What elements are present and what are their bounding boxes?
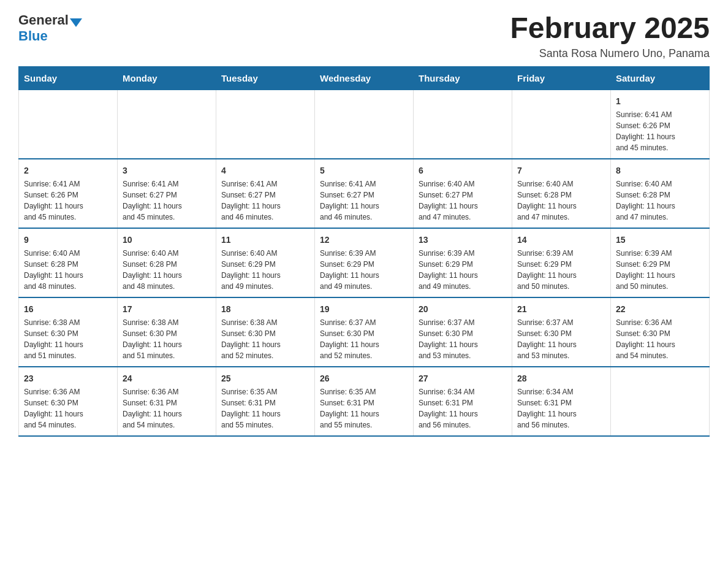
day-number: 9	[24, 234, 112, 247]
day-info: Sunrise: 6:40 AM Sunset: 6:28 PM Dayligh…	[24, 248, 112, 292]
calendar-day-cell: 15Sunrise: 6:39 AM Sunset: 6:29 PM Dayli…	[611, 228, 710, 297]
day-info: Sunrise: 6:39 AM Sunset: 6:29 PM Dayligh…	[320, 248, 408, 292]
calendar-day-cell: 19Sunrise: 6:37 AM Sunset: 6:30 PM Dayli…	[315, 297, 414, 367]
day-info: Sunrise: 6:41 AM Sunset: 6:27 PM Dayligh…	[123, 178, 211, 223]
calendar-day-cell: 8Sunrise: 6:40 AM Sunset: 6:28 PM Daylig…	[611, 159, 710, 228]
day-number: 24	[123, 372, 211, 385]
day-info: Sunrise: 6:40 AM Sunset: 6:28 PM Dayligh…	[517, 178, 605, 223]
day-info: Sunrise: 6:39 AM Sunset: 6:29 PM Dayligh…	[517, 248, 605, 292]
day-info: Sunrise: 6:36 AM Sunset: 6:30 PM Dayligh…	[24, 386, 112, 431]
calendar-day-cell: 23Sunrise: 6:36 AM Sunset: 6:30 PM Dayli…	[19, 367, 118, 436]
calendar-day-cell: 12Sunrise: 6:39 AM Sunset: 6:29 PM Dayli…	[315, 228, 414, 297]
day-number: 13	[419, 234, 507, 247]
calendar-day-cell: 4Sunrise: 6:41 AM Sunset: 6:27 PM Daylig…	[216, 159, 315, 228]
day-info: Sunrise: 6:39 AM Sunset: 6:29 PM Dayligh…	[616, 248, 704, 292]
day-info: Sunrise: 6:34 AM Sunset: 6:31 PM Dayligh…	[517, 386, 605, 431]
day-of-week-header: Saturday	[611, 66, 710, 90]
logo: General Blue	[18, 12, 83, 44]
day-number: 1	[616, 95, 704, 108]
calendar-day-cell	[512, 90, 611, 159]
day-info: Sunrise: 6:41 AM Sunset: 6:26 PM Dayligh…	[616, 109, 704, 153]
calendar-header-row: SundayMondayTuesdayWednesdayThursdayFrid…	[19, 66, 710, 90]
day-info: Sunrise: 6:38 AM Sunset: 6:30 PM Dayligh…	[221, 317, 309, 361]
day-info: Sunrise: 6:41 AM Sunset: 6:27 PM Dayligh…	[320, 178, 408, 223]
calendar-day-cell: 13Sunrise: 6:39 AM Sunset: 6:29 PM Dayli…	[414, 228, 512, 297]
day-number: 16	[24, 303, 112, 316]
calendar-week-row: 2Sunrise: 6:41 AM Sunset: 6:26 PM Daylig…	[19, 159, 710, 228]
day-info: Sunrise: 6:37 AM Sunset: 6:30 PM Dayligh…	[517, 317, 605, 361]
calendar-day-cell: 14Sunrise: 6:39 AM Sunset: 6:29 PM Dayli…	[512, 228, 611, 297]
calendar-day-cell: 1Sunrise: 6:41 AM Sunset: 6:26 PM Daylig…	[611, 90, 710, 159]
day-number: 2	[24, 164, 112, 177]
day-info: Sunrise: 6:37 AM Sunset: 6:30 PM Dayligh…	[419, 317, 507, 361]
calendar-day-cell: 5Sunrise: 6:41 AM Sunset: 6:27 PM Daylig…	[315, 159, 414, 228]
day-info: Sunrise: 6:35 AM Sunset: 6:31 PM Dayligh…	[221, 386, 309, 431]
day-info: Sunrise: 6:38 AM Sunset: 6:30 PM Dayligh…	[24, 317, 112, 361]
calendar-day-cell: 10Sunrise: 6:40 AM Sunset: 6:28 PM Dayli…	[118, 228, 216, 297]
day-number: 3	[123, 164, 211, 177]
day-number: 4	[221, 164, 309, 177]
calendar-day-cell	[315, 90, 414, 159]
calendar-day-cell: 20Sunrise: 6:37 AM Sunset: 6:30 PM Dayli…	[414, 297, 512, 367]
calendar-week-row: 9Sunrise: 6:40 AM Sunset: 6:28 PM Daylig…	[19, 228, 710, 297]
day-of-week-header: Sunday	[19, 66, 118, 90]
day-number: 26	[320, 372, 408, 385]
title-area: February 2025 Santa Rosa Numero Uno, Pan…	[510, 12, 710, 60]
day-info: Sunrise: 6:41 AM Sunset: 6:26 PM Dayligh…	[24, 178, 112, 223]
day-number: 14	[517, 234, 605, 247]
calendar-day-cell	[611, 367, 710, 436]
calendar-day-cell	[19, 90, 118, 159]
day-number: 28	[517, 372, 605, 385]
day-number: 20	[419, 303, 507, 316]
day-info: Sunrise: 6:35 AM Sunset: 6:31 PM Dayligh…	[320, 386, 408, 431]
day-number: 19	[320, 303, 408, 316]
calendar-day-cell: 21Sunrise: 6:37 AM Sunset: 6:30 PM Dayli…	[512, 297, 611, 367]
calendar-day-cell: 17Sunrise: 6:38 AM Sunset: 6:30 PM Dayli…	[118, 297, 216, 367]
day-of-week-header: Tuesday	[216, 66, 315, 90]
logo-general-text: General	[18, 12, 69, 28]
day-number: 11	[221, 234, 309, 247]
day-info: Sunrise: 6:40 AM Sunset: 6:28 PM Dayligh…	[123, 248, 211, 292]
day-info: Sunrise: 6:36 AM Sunset: 6:30 PM Dayligh…	[616, 317, 704, 361]
day-info: Sunrise: 6:41 AM Sunset: 6:27 PM Dayligh…	[221, 178, 309, 223]
day-number: 22	[616, 303, 704, 316]
calendar-day-cell: 25Sunrise: 6:35 AM Sunset: 6:31 PM Dayli…	[216, 367, 315, 436]
calendar-day-cell: 16Sunrise: 6:38 AM Sunset: 6:30 PM Dayli…	[19, 297, 118, 367]
calendar-day-cell: 27Sunrise: 6:34 AM Sunset: 6:31 PM Dayli…	[414, 367, 512, 436]
calendar-day-cell: 18Sunrise: 6:38 AM Sunset: 6:30 PM Dayli…	[216, 297, 315, 367]
day-number: 21	[517, 303, 605, 316]
calendar-week-row: 23Sunrise: 6:36 AM Sunset: 6:30 PM Dayli…	[19, 367, 710, 436]
day-of-week-header: Thursday	[414, 66, 512, 90]
logo-blue-text: Blue	[18, 28, 48, 44]
calendar-table: SundayMondayTuesdayWednesdayThursdayFrid…	[18, 66, 710, 437]
calendar-day-cell: 7Sunrise: 6:40 AM Sunset: 6:28 PM Daylig…	[512, 159, 611, 228]
day-number: 7	[517, 164, 605, 177]
day-number: 15	[616, 234, 704, 247]
day-info: Sunrise: 6:40 AM Sunset: 6:29 PM Dayligh…	[221, 248, 309, 292]
day-number: 6	[419, 164, 507, 177]
calendar-day-cell	[118, 90, 216, 159]
day-number: 12	[320, 234, 408, 247]
day-info: Sunrise: 6:34 AM Sunset: 6:31 PM Dayligh…	[419, 386, 507, 431]
location-subtitle: Santa Rosa Numero Uno, Panama	[510, 47, 710, 60]
day-info: Sunrise: 6:39 AM Sunset: 6:29 PM Dayligh…	[419, 248, 507, 292]
calendar-week-row: 16Sunrise: 6:38 AM Sunset: 6:30 PM Dayli…	[19, 297, 710, 367]
page-header: General Blue February 2025 Santa Rosa Nu…	[18, 12, 710, 60]
day-number: 27	[419, 372, 507, 385]
calendar-day-cell: 3Sunrise: 6:41 AM Sunset: 6:27 PM Daylig…	[118, 159, 216, 228]
calendar-day-cell	[216, 90, 315, 159]
day-of-week-header: Wednesday	[315, 66, 414, 90]
calendar-day-cell: 28Sunrise: 6:34 AM Sunset: 6:31 PM Dayli…	[512, 367, 611, 436]
day-number: 18	[221, 303, 309, 316]
calendar-week-row: 1Sunrise: 6:41 AM Sunset: 6:26 PM Daylig…	[19, 90, 710, 159]
calendar-day-cell: 9Sunrise: 6:40 AM Sunset: 6:28 PM Daylig…	[19, 228, 118, 297]
day-info: Sunrise: 6:36 AM Sunset: 6:31 PM Dayligh…	[123, 386, 211, 431]
day-info: Sunrise: 6:40 AM Sunset: 6:27 PM Dayligh…	[419, 178, 507, 223]
month-title: February 2025	[510, 12, 710, 45]
day-info: Sunrise: 6:40 AM Sunset: 6:28 PM Dayligh…	[616, 178, 704, 223]
day-number: 17	[123, 303, 211, 316]
day-number: 10	[123, 234, 211, 247]
calendar-day-cell	[414, 90, 512, 159]
day-number: 23	[24, 372, 112, 385]
day-number: 25	[221, 372, 309, 385]
